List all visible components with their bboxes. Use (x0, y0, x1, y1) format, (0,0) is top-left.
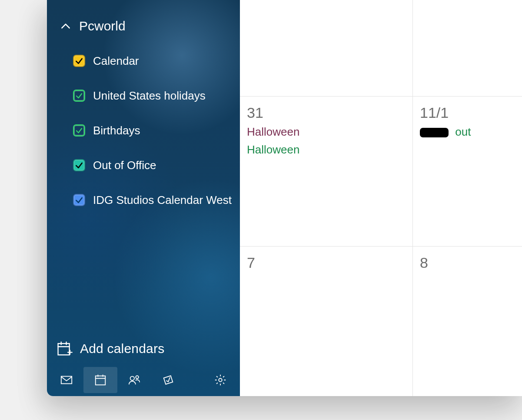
calendar-toggle-idg-studios[interactable]: IDG Studios Calendar West (73, 183, 240, 217)
calendar-event[interactable]: Halloween (247, 143, 412, 157)
checkbox-icon (73, 124, 85, 137)
calendar-row (240, 0, 522, 96)
day-number: 7 (247, 254, 255, 271)
day-cell[interactable]: 8 (413, 247, 522, 396)
svg-point-20 (219, 378, 222, 382)
account-header[interactable]: Pcworld (47, 0, 240, 39)
day-cell[interactable] (413, 0, 522, 96)
calendar-label: IDG Studios Calendar West (93, 193, 232, 207)
calendar-app-window: Pcworld CalendarUnited States holidaysBi… (47, 0, 522, 396)
day-cell[interactable] (240, 0, 413, 96)
day-cell[interactable]: 7 (240, 247, 413, 396)
gear-icon (214, 373, 227, 387)
todo-icon (162, 373, 175, 387)
calendar-grid: 31 HalloweenHalloween 11/1 out 7 8 (240, 0, 522, 396)
checkbox-icon (73, 90, 85, 102)
sidebar: Pcworld CalendarUnited States holidaysBi… (47, 0, 240, 396)
svg-point-18 (136, 376, 139, 379)
people-icon (128, 373, 141, 387)
calendar-row: 7 8 (240, 246, 522, 396)
add-calendar-icon (57, 340, 73, 357)
add-calendars-button[interactable]: Add calendars (47, 333, 240, 364)
calendar-toggle-birthdays[interactable]: Birthdays (73, 113, 240, 148)
day-number: 11/1 (420, 104, 449, 121)
calendar-row: 31 HalloweenHalloween 11/1 out (240, 96, 522, 246)
svg-rect-19 (164, 376, 173, 384)
calendar-label: Birthdays (93, 124, 140, 137)
calendar-toggle-us-holidays[interactable]: United States holidays (73, 78, 240, 113)
calendar-list: CalendarUnited States holidaysBirthdaysO… (47, 39, 240, 217)
svg-rect-7 (96, 376, 106, 385)
calendar-toggle-out-of-office[interactable]: Out of Office (73, 148, 240, 183)
calendar-icon (94, 373, 107, 387)
add-calendars-label: Add calendars (80, 341, 164, 356)
bottom-nav (47, 364, 240, 396)
checkbox-icon (73, 159, 85, 171)
redacted-text (420, 128, 449, 137)
svg-rect-6 (61, 377, 72, 384)
chevron-up-icon (60, 20, 71, 32)
calendar-label: Out of Office (93, 159, 156, 172)
nav-people[interactable] (117, 367, 151, 393)
checkbox-icon (73, 55, 85, 67)
svg-point-17 (130, 377, 134, 380)
checkbox-icon (73, 194, 85, 206)
calendar-label: Calendar (93, 54, 139, 68)
nav-calendar[interactable] (83, 367, 117, 393)
calendar-event[interactable]: out (420, 125, 522, 139)
mail-icon (60, 373, 73, 387)
nav-settings[interactable] (203, 367, 237, 393)
day-number: 8 (420, 254, 428, 271)
day-number: 31 (247, 104, 263, 121)
calendar-label: United States holidays (93, 89, 206, 103)
day-cell[interactable]: 31 HalloweenHalloween (240, 97, 413, 246)
nav-mail[interactable] (50, 367, 83, 393)
nav-todo[interactable] (151, 367, 185, 393)
day-cell[interactable]: 11/1 out (413, 97, 522, 246)
calendar-toggle-calendar[interactable]: Calendar (73, 43, 240, 78)
svg-rect-0 (58, 343, 70, 355)
account-name: Pcworld (79, 19, 126, 33)
calendar-event[interactable]: Halloween (247, 125, 412, 139)
